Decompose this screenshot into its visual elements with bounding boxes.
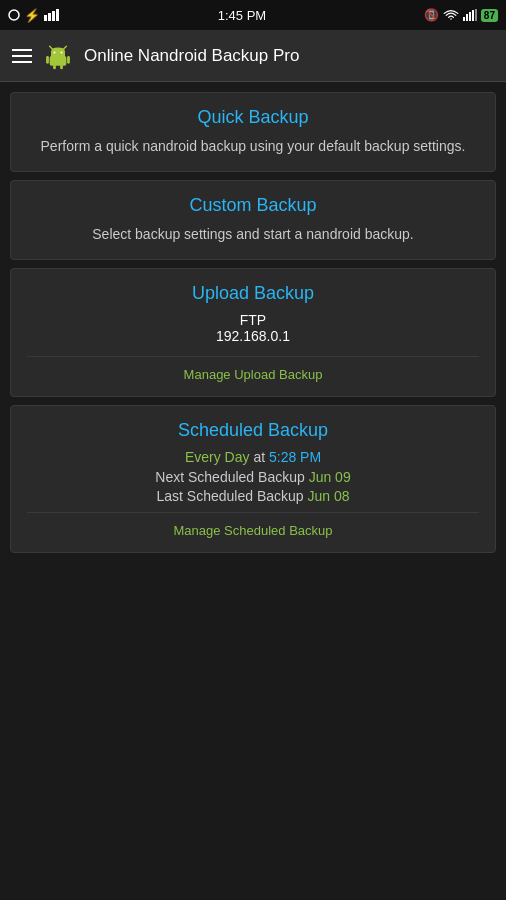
battery-level: 87 <box>481 9 498 22</box>
scheduled-backup-title: Scheduled Backup <box>27 420 479 441</box>
upload-backup-ip: 192.168.0.1 <box>27 328 479 344</box>
svg-rect-9 <box>475 9 477 21</box>
upload-backup-protocol: FTP <box>27 312 479 328</box>
quick-backup-card[interactable]: Quick Backup Perform a quick nandroid ba… <box>10 92 496 172</box>
scheduled-backup-card[interactable]: Scheduled Backup Every Day at 5:28 PM Ne… <box>10 405 496 553</box>
last-label: Last Scheduled Backup <box>156 488 303 504</box>
status-bar: ⚡ 1:45 PM 📵 87 <box>0 0 506 30</box>
schedule-frequency: Every Day <box>185 449 250 465</box>
next-date: Jun 09 <box>309 469 351 485</box>
phone-icon: 📵 <box>424 8 439 22</box>
last-date: Jun 08 <box>307 488 349 504</box>
hamburger-menu-button[interactable] <box>12 49 32 63</box>
android-logo-icon <box>44 42 72 70</box>
custom-backup-title: Custom Backup <box>27 195 479 216</box>
svg-rect-6 <box>466 14 468 21</box>
custom-backup-card[interactable]: Custom Backup Select backup settings and… <box>10 180 496 260</box>
bars-icon <box>44 9 60 21</box>
bolt-icon: ⚡ <box>24 8 40 23</box>
manage-upload-link[interactable]: Manage Upload Backup <box>27 356 479 382</box>
svg-rect-2 <box>48 13 51 21</box>
svg-rect-15 <box>46 56 49 64</box>
custom-backup-description: Select backup settings and start a nandr… <box>27 224 479 245</box>
wifi-icon <box>443 9 459 21</box>
quick-backup-description: Perform a quick nandroid backup using yo… <box>27 136 479 157</box>
svg-point-13 <box>60 51 62 53</box>
svg-rect-16 <box>67 56 70 64</box>
signal-icon <box>8 9 20 21</box>
quick-backup-title: Quick Backup <box>27 107 479 128</box>
manage-scheduled-link[interactable]: Manage Scheduled Backup <box>27 512 479 538</box>
upload-backup-title: Upload Backup <box>27 283 479 304</box>
svg-rect-3 <box>52 11 55 21</box>
svg-rect-17 <box>53 65 56 69</box>
svg-rect-1 <box>44 15 47 21</box>
next-label: Next Scheduled Backup <box>155 469 304 485</box>
svg-rect-14 <box>50 56 67 66</box>
main-content: Quick Backup Perform a quick nandroid ba… <box>0 82 506 563</box>
svg-rect-4 <box>56 9 59 21</box>
svg-rect-8 <box>472 10 474 21</box>
schedule-frequency-row: Every Day at 5:28 PM <box>27 449 479 465</box>
status-left-icons: ⚡ <box>8 8 60 23</box>
app-title: Online Nandroid Backup Pro <box>84 46 299 66</box>
svg-rect-5 <box>463 17 465 21</box>
signal-strength-icon <box>463 9 477 21</box>
svg-rect-7 <box>469 12 471 21</box>
svg-point-0 <box>9 10 19 20</box>
schedule-time: 5:28 PM <box>269 449 321 465</box>
upload-backup-card[interactable]: Upload Backup FTP 192.168.0.1 Manage Upl… <box>10 268 496 397</box>
svg-rect-18 <box>60 65 63 69</box>
svg-point-12 <box>53 51 55 53</box>
status-time: 1:45 PM <box>218 8 266 23</box>
last-scheduled-row: Last Scheduled Backup Jun 08 <box>27 488 479 504</box>
next-scheduled-row: Next Scheduled Backup Jun 09 <box>27 469 479 485</box>
status-right-icons: 📵 87 <box>424 8 498 22</box>
title-bar: Online Nandroid Backup Pro <box>0 30 506 82</box>
schedule-at-label: at <box>253 449 269 465</box>
